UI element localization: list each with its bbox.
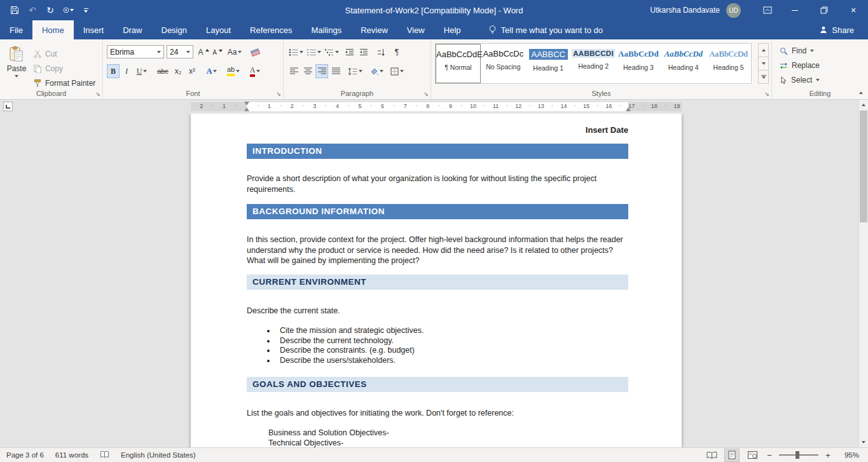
paragraph-introduction[interactable]: Provide a short description of what your…: [247, 173, 628, 194]
touch-mouse-mode-button[interactable]: [62, 4, 74, 16]
font-size-combo[interactable]: 24: [167, 45, 193, 58]
close-button[interactable]: ×: [839, 0, 868, 20]
bold-button[interactable]: B: [107, 64, 120, 78]
redo-button[interactable]: ↻: [45, 4, 56, 16]
line-spacing-button[interactable]: [346, 64, 364, 78]
show-hide-marks-button[interactable]: ¶: [390, 45, 403, 59]
clear-formatting-button[interactable]: [248, 45, 262, 59]
style-heading-2[interactable]: AABBCCDI Heading 2: [571, 44, 616, 83]
scroll-up-button[interactable]: [859, 100, 868, 110]
undo-button[interactable]: ↶: [27, 4, 38, 16]
style-heading-5[interactable]: AaBbCcDd Heading 5: [706, 44, 751, 83]
save-button[interactable]: [9, 4, 20, 16]
read-mode-button[interactable]: [704, 449, 719, 462]
select-button[interactable]: Select: [780, 74, 820, 86]
proofing-status[interactable]: [100, 451, 109, 459]
ribbon-display-options-button[interactable]: [755, 0, 780, 20]
text-effects-button[interactable]: A: [203, 64, 220, 78]
style-heading-4[interactable]: AaBbCcDd Heading 4: [661, 44, 706, 83]
sort-button[interactable]: [374, 45, 388, 59]
list-item[interactable]: Cite the mission and strategic objective…: [276, 326, 628, 336]
zoom-out-button[interactable]: −: [765, 451, 774, 460]
change-case-button[interactable]: Aa: [226, 45, 243, 59]
scrollbar-thumb[interactable]: [860, 111, 867, 222]
tab-review[interactable]: Review: [351, 20, 397, 39]
styles-dialog-launcher[interactable]: ⇘: [764, 92, 769, 97]
tell-me-box[interactable]: Tell me what you want to do: [488, 20, 603, 39]
heading-goals-objectives[interactable]: GOALS AND OBJECTIVES: [247, 377, 628, 392]
scroll-down-button[interactable]: [859, 437, 868, 447]
goal-line[interactable]: Technical Objectives-: [268, 438, 628, 448]
copy-button[interactable]: Copy: [33, 62, 63, 75]
replace-button[interactable]: Replace: [780, 59, 820, 72]
font-color-button[interactable]: A: [245, 64, 265, 78]
vertical-scrollbar[interactable]: [858, 100, 868, 447]
heading-background-information[interactable]: BACKGROUND INFORMATION: [247, 204, 628, 219]
align-center-button[interactable]: [301, 64, 314, 78]
shrink-font-button[interactable]: A: [211, 45, 224, 59]
tab-file[interactable]: File: [0, 20, 32, 39]
tab-draw[interactable]: Draw: [113, 20, 151, 39]
tab-design[interactable]: Design: [152, 20, 196, 39]
paragraph-current-state[interactable]: Describe the current state.: [247, 306, 628, 316]
multilevel-list-button[interactable]: [323, 45, 340, 59]
share-button[interactable]: Share: [819, 20, 854, 39]
heading-current-environment[interactable]: CURRENT ENVIRONMENT: [247, 275, 628, 290]
cut-button[interactable]: Cut: [33, 47, 57, 60]
insert-date-field[interactable]: Insert Date: [247, 125, 628, 135]
first-line-indent-marker[interactable]: [244, 102, 249, 105]
clipboard-dialog-launcher[interactable]: ⇘: [95, 92, 100, 97]
style-heading-1[interactable]: AABBCC Heading 1: [526, 44, 571, 83]
heading-introduction[interactable]: INTRODUCTION: [247, 144, 628, 159]
print-layout-button[interactable]: [724, 449, 740, 462]
zoom-slider-thumb[interactable]: [796, 451, 799, 459]
goal-line[interactable]: Business and Solution Objectives-: [268, 428, 628, 438]
zoom-slider[interactable]: [779, 454, 818, 456]
increase-indent-button[interactable]: [357, 45, 370, 59]
current-environment-list[interactable]: Cite the mission and strategic objective…: [247, 326, 628, 365]
format-painter-button[interactable]: Format Painter: [33, 76, 95, 90]
customize-qat-button[interactable]: [80, 4, 92, 16]
underline-button[interactable]: U: [134, 64, 150, 78]
align-left-button[interactable]: [287, 64, 300, 78]
strikethrough-button[interactable]: abc: [155, 64, 170, 78]
horizontal-ruler[interactable]: 2·1·1·2·3·4·5·6·7·8·9·10·11·12·13·14·15·…: [0, 100, 858, 114]
style-no-spacing[interactable]: AaBbCcDc No Spacing: [481, 44, 526, 83]
styles-more-button[interactable]: [758, 71, 769, 84]
numbering-button[interactable]: [305, 45, 322, 59]
styles-scroll-up[interactable]: [758, 43, 769, 57]
document-page[interactable]: Insert Date INTRODUCTION Provide a short…: [191, 114, 682, 447]
font-dialog-launcher[interactable]: ⇘: [276, 92, 281, 97]
italic-button[interactable]: I: [121, 64, 132, 78]
style-normal[interactable]: AaBbCcDdE ¶ Normal: [436, 44, 481, 83]
bullets-button[interactable]: [287, 45, 304, 59]
tab-help[interactable]: Help: [434, 20, 471, 39]
restore-button[interactable]: [809, 0, 839, 20]
list-item[interactable]: Describe the constraints. (e.g. budget): [276, 346, 628, 356]
signed-in-user[interactable]: Utkarsha Dandavate: [651, 6, 720, 15]
list-item[interactable]: Describe the current technology.: [276, 336, 628, 346]
align-right-button[interactable]: [315, 64, 328, 78]
zoom-in-button[interactable]: +: [823, 451, 832, 460]
word-count[interactable]: 611 words: [55, 451, 88, 459]
tab-references[interactable]: References: [240, 20, 301, 39]
tab-insert[interactable]: Insert: [74, 20, 114, 39]
hanging-indent-marker[interactable]: [244, 107, 249, 111]
subscript-button[interactable]: x₂: [172, 64, 184, 78]
avatar[interactable]: UD: [726, 3, 741, 18]
paragraph-goals[interactable]: List the goals and objectives for initia…: [247, 408, 628, 419]
paste-button[interactable]: Paste: [3, 43, 30, 90]
tab-mailings[interactable]: Mailings: [302, 20, 352, 39]
style-heading-3[interactable]: AaBbCcDd Heading 3: [616, 44, 661, 83]
justify-button[interactable]: [329, 64, 342, 78]
paragraph-background[interactable]: In this section, provide context for the…: [247, 234, 628, 266]
tab-layout[interactable]: Layout: [196, 20, 240, 39]
right-indent-marker[interactable]: [626, 107, 631, 111]
paragraph-dialog-launcher[interactable]: ⇘: [424, 92, 429, 97]
superscript-button[interactable]: x²: [186, 64, 198, 78]
list-item[interactable]: Describe the users/stakeholders.: [276, 356, 628, 366]
tab-view[interactable]: View: [397, 20, 434, 39]
highlight-color-button[interactable]: ab: [224, 64, 243, 78]
decrease-indent-button[interactable]: [343, 45, 356, 59]
language-indicator[interactable]: English (United States): [121, 451, 196, 459]
